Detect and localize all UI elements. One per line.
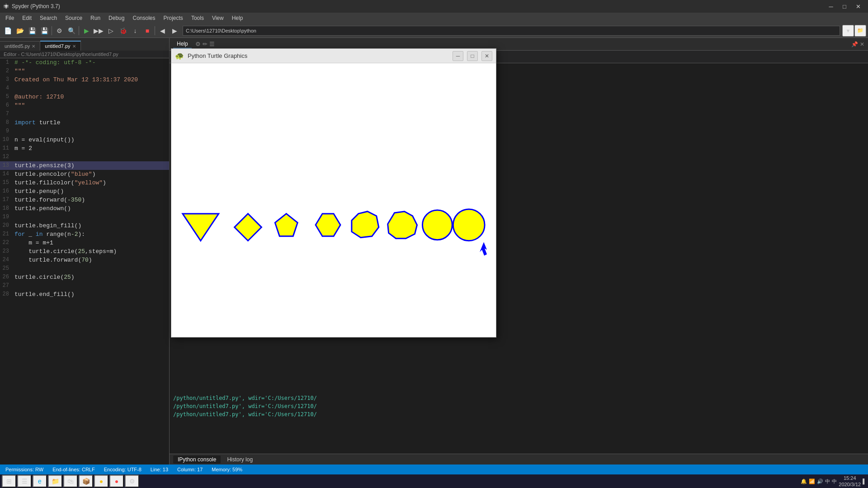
open-dir-button[interactable]: 📁 xyxy=(854,25,866,37)
code-line-11: 11m = 2 xyxy=(0,144,169,153)
turtle-maximize-button[interactable]: □ xyxy=(467,51,478,61)
taskbar-clock[interactable]: 15:24 2020/3/12 xyxy=(839,475,861,488)
maximize-button[interactable]: □ xyxy=(838,0,851,13)
open-file-button[interactable]: 📂 xyxy=(14,25,26,37)
shape-nonagon xyxy=(422,210,452,240)
working-dir-input[interactable] xyxy=(183,26,840,36)
console-tabs-bar: IPython console History log xyxy=(170,454,868,465)
taskbar-volume-icon[interactable]: 🔊 xyxy=(817,479,823,484)
save-file-button[interactable]: 💾 xyxy=(26,25,38,37)
edit-icon[interactable]: ✏ xyxy=(203,41,208,47)
menu-search[interactable]: Search xyxy=(36,14,61,22)
help-close-icon[interactable]: ✕ xyxy=(860,41,864,47)
forward-button[interactable]: ▶ xyxy=(169,25,180,37)
taskbar-input-icon[interactable]: 中 xyxy=(825,478,830,485)
menu-debug[interactable]: Debug xyxy=(105,14,128,22)
run-button[interactable]: ▶ xyxy=(80,25,92,37)
tab-ipython-console[interactable]: IPython console xyxy=(173,455,221,464)
menu-source[interactable]: Source xyxy=(61,14,86,22)
taskbar-notification-icon[interactable]: 🔔 xyxy=(801,479,807,484)
turtle-window[interactable]: 🐢 Python Turtle Graphics ─ □ ✕ xyxy=(171,48,496,338)
code-line-1: 1# -*- coding: utf-8 -*- xyxy=(0,58,169,67)
turtle-title: Python Turtle Graphics xyxy=(188,52,449,59)
app4-button[interactable]: ⚙ xyxy=(125,475,139,488)
run-file-button[interactable]: ▶▶ xyxy=(93,25,104,37)
step-button[interactable]: ↓ xyxy=(129,25,141,37)
start-button[interactable]: ⊞ xyxy=(2,475,16,488)
edge-button[interactable]: e xyxy=(33,475,47,488)
inspector-button[interactable]: 🔍 xyxy=(66,25,77,37)
code-line-10: 10n = eval(input()) xyxy=(0,136,169,144)
menu-file[interactable]: File xyxy=(2,14,18,22)
save-all-button[interactable]: 💾 xyxy=(38,25,50,37)
app1-button[interactable]: 📦 xyxy=(79,475,93,488)
debug-button[interactable]: 🐞 xyxy=(117,25,129,37)
explorer-button[interactable]: 📁 xyxy=(48,475,62,488)
menu-tools[interactable]: Tools xyxy=(188,14,208,22)
menu-projects[interactable]: Projects xyxy=(160,14,187,22)
task-view-button[interactable]: ☰ xyxy=(17,475,32,488)
turtle-title-bar[interactable]: 🐢 Python Turtle Graphics ─ □ ✕ xyxy=(171,49,496,63)
tab-untitled7-close[interactable]: ✕ xyxy=(72,44,76,49)
tab-untitled5[interactable]: untitled5.py ✕ xyxy=(0,41,40,51)
browse-dir-button[interactable]: ▼ xyxy=(842,25,854,37)
taskbar-date: 2020/3/12 xyxy=(839,481,861,488)
menu-edit[interactable]: Edit xyxy=(19,14,35,22)
editor-pane: untitled5.py ✕ untitled7.py ✕ Editor - C… xyxy=(0,38,170,474)
turtle-close-button[interactable]: ✕ xyxy=(481,51,492,61)
code-line-6: 6""" xyxy=(0,101,169,110)
file-path-bar: Editor - C:\Users\12710\Desktop\python\u… xyxy=(0,51,169,58)
code-line-3: 3Created on Thu Mar 12 13:31:37 2020 xyxy=(0,75,169,84)
toolbar: 📄 📂 💾 💾 ⚙ 🔍 ▶ ▶▶ ▷ 🐞 ↓ ■ ◀ ▶ ▼ 📁 xyxy=(0,23,868,38)
tab-help[interactable]: Help xyxy=(173,40,192,49)
status-memory: Memory: 59% xyxy=(212,467,242,472)
taskbar-show-desktop[interactable]: ▌ xyxy=(863,479,866,484)
preferences-button[interactable]: ⚙ xyxy=(53,25,65,37)
code-editor[interactable]: 1# -*- coding: utf-8 -*- 2""" 3Created o… xyxy=(0,58,169,474)
stop-button[interactable]: ■ xyxy=(142,25,153,37)
settings-icon[interactable]: ⚙ xyxy=(195,41,201,47)
toolbar-sep-1 xyxy=(52,26,52,35)
taskbar: ⊞ ☰ e 📁 🛍 📦 ● ● ⚙ 🔔 📶 🔊 中 中 15:24 2020/3… xyxy=(0,474,868,488)
code-line-21: 21for _ in range(n-2): xyxy=(0,230,169,239)
turtle-minimize-button[interactable]: ─ xyxy=(453,51,463,61)
turtle-icon: 🐢 xyxy=(175,52,184,60)
close-button[interactable]: ✕ xyxy=(852,0,864,13)
tab-history-log[interactable]: History log xyxy=(222,455,257,464)
app3-button[interactable]: ● xyxy=(109,475,124,488)
new-file-button[interactable]: 📄 xyxy=(2,25,14,37)
menu-view[interactable]: View xyxy=(208,14,227,22)
tab-untitled7[interactable]: untitled7.py ✕ xyxy=(40,41,80,51)
code-line-27: 27 xyxy=(0,282,169,290)
title-bar: 🕷 Spyder (Python 3.7) ─ □ ✕ xyxy=(0,0,868,13)
menu-run[interactable]: Run xyxy=(87,14,104,22)
code-line-7: 7 xyxy=(0,110,169,118)
app2-button[interactable]: ● xyxy=(94,475,108,488)
title-bar-controls: ─ □ ✕ xyxy=(825,0,864,13)
tab-untitled5-close[interactable]: ✕ xyxy=(32,44,35,49)
code-line-26: 26turtle.circle(25) xyxy=(0,273,169,282)
back-button[interactable]: ◀ xyxy=(156,25,168,37)
help-tab-icons: ⚙ ✏ ☰ xyxy=(195,41,215,47)
console-line-3: /python/untitled7.py', wdir='C:/Users/12… xyxy=(173,402,864,410)
menu-help[interactable]: Help xyxy=(228,14,247,22)
tab-untitled7-label: untitled7.py xyxy=(45,43,70,49)
help-pin-icon[interactable]: 📌 xyxy=(851,41,858,47)
options-icon[interactable]: ☰ xyxy=(209,41,215,47)
toolbar-sep-2 xyxy=(79,26,79,35)
code-line-25: 25 xyxy=(0,264,169,273)
code-line-19: 19 xyxy=(0,213,169,221)
code-line-15: 15turtle.fillcolor("yellow") xyxy=(0,178,169,187)
code-line-20: 20turtle.begin_fill() xyxy=(0,221,169,230)
shape-pentagon xyxy=(275,214,297,236)
run-cell-button[interactable]: ▷ xyxy=(105,25,117,37)
taskbar-network-icon[interactable]: 📶 xyxy=(809,479,815,484)
status-permissions: Permissions: RW xyxy=(5,467,43,472)
status-bar: Permissions: RW End-of-lines: CRLF Encod… xyxy=(0,465,868,474)
minimize-button[interactable]: ─ xyxy=(825,0,837,13)
code-line-9: 9 xyxy=(0,127,169,136)
taskbar-ime-icon[interactable]: 中 xyxy=(832,478,837,485)
menu-consoles[interactable]: Consoles xyxy=(129,14,159,22)
store-button[interactable]: 🛍 xyxy=(63,475,78,488)
status-column: Column: 17 xyxy=(177,467,203,472)
